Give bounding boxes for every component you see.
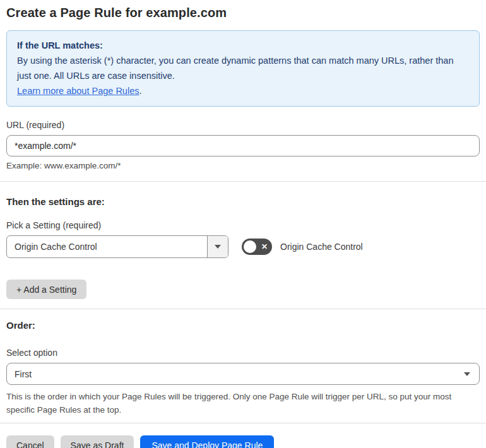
toggle-knob xyxy=(244,240,256,253)
divider xyxy=(0,423,486,423)
cancel-button[interactable]: Cancel xyxy=(6,435,54,448)
toggle-label: Origin Cache Control xyxy=(280,242,363,252)
save-and-deploy-button[interactable]: Save and Deploy Page Rule xyxy=(140,435,274,448)
settings-section-heading: Then the settings are: xyxy=(6,196,480,207)
chevron-down-icon xyxy=(215,245,221,249)
save-as-draft-button[interactable]: Save as Draft xyxy=(61,435,134,448)
order-section-heading: Order: xyxy=(6,320,480,331)
url-field-label: URL (required) xyxy=(6,120,480,130)
dropdown-arrow-button[interactable] xyxy=(207,236,228,257)
url-match-info-box: If the URL matches: By using the asteris… xyxy=(6,30,480,107)
footer-actions: Cancel Save as Draft Save and Deploy Pag… xyxy=(6,435,480,448)
toggle-off-icon: ✕ xyxy=(261,239,268,255)
order-select[interactable]: First xyxy=(6,363,480,385)
origin-cache-control-toggle[interactable]: ✕ xyxy=(242,239,272,255)
order-helper-text: This is the order in which your Page Rul… xyxy=(6,390,480,416)
info-box-body: By using the asterisk (*) character, you… xyxy=(17,53,469,98)
order-select-value: First xyxy=(15,369,32,379)
url-input[interactable] xyxy=(6,135,480,156)
page-title: Create a Page Rule for example.com xyxy=(6,5,480,21)
info-box-heading: If the URL matches: xyxy=(17,38,469,53)
divider xyxy=(0,181,486,182)
pick-setting-label: Pick a Setting (required) xyxy=(6,220,480,230)
learn-more-link[interactable]: Learn more about Page Rules xyxy=(17,86,139,96)
setting-select[interactable]: Origin Cache Control xyxy=(6,235,228,258)
setting-select-value: Origin Cache Control xyxy=(7,236,207,257)
setting-row: Origin Cache Control ✕ Origin Cache Cont… xyxy=(6,235,480,258)
page-rule-form: Create a Page Rule for example.com If th… xyxy=(0,0,486,448)
order-select-label: Select option xyxy=(6,348,480,358)
link-suffix: . xyxy=(139,86,141,96)
url-example-helper: Example: www.example.com/* xyxy=(6,161,480,170)
add-setting-button[interactable]: + Add a Setting xyxy=(6,280,86,299)
divider xyxy=(0,309,486,309)
chevron-down-icon xyxy=(464,372,470,376)
